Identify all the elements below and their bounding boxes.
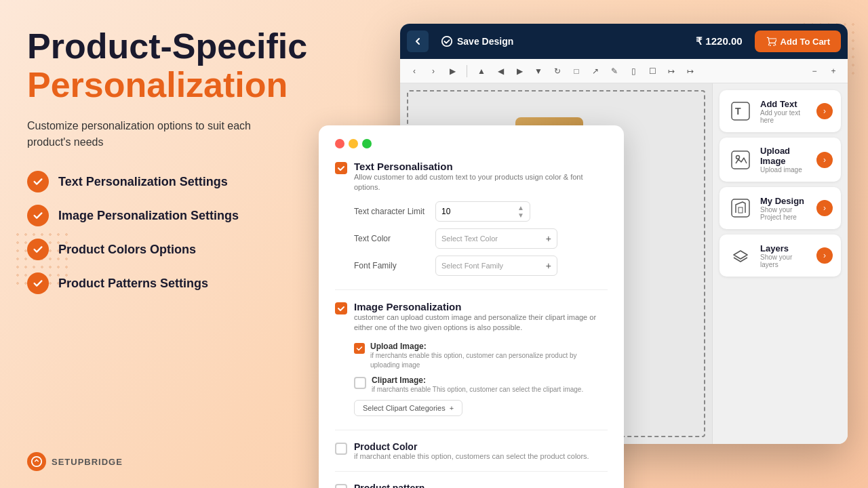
text-personalization-checkbox[interactable] (335, 162, 347, 174)
text-char-limit-value: 10 (441, 207, 450, 216)
font-family-label: Font Family (354, 261, 435, 270)
modal-traffic-lights (335, 139, 608, 148)
save-design-label: Save Design (457, 36, 513, 47)
select-clipart-button[interactable]: Select Clipart Categories + (354, 400, 462, 416)
toolbar-square[interactable]: □ (569, 64, 584, 79)
browser-toolbar: ‹ › ▶ ▲ ◀ ▶ ▼ ↻ □ ↗ ✎ ▯ ☐ ↦ ↦ − + (400, 59, 848, 83)
brand-logo (27, 452, 46, 471)
product-color-section: Product Color if marchant enable this op… (335, 441, 608, 460)
traffic-light-yellow[interactable] (349, 139, 358, 148)
upload-image-subdesc: if merchants enable this option, custome… (370, 351, 608, 370)
toolbar-zoom-in[interactable]: + (826, 64, 841, 79)
panel-add-text[interactable]: T Add Text Add your text here › (719, 90, 841, 132)
clipart-image-subtitle: Clipart Image: (372, 375, 583, 385)
image-personalization-desc: customer can upload custom image and per… (354, 312, 608, 333)
toolbar-rotate[interactable]: ↻ (550, 64, 565, 79)
my-design-title: My Design (760, 196, 810, 206)
toolbar-up[interactable]: ▲ (474, 64, 489, 79)
upload-image-item: Upload Image: if merchants enable this o… (354, 342, 608, 370)
upload-image-title: Upload Image (760, 146, 810, 166)
clipart-image-item: Clipart Image: if marchants enable This … (354, 375, 608, 394)
panel-my-design[interactable]: My Design Show your Project here › (719, 187, 841, 229)
text-color-select[interactable]: Select Text Color + (435, 228, 557, 249)
divider-1 (335, 289, 608, 290)
back-button[interactable] (407, 30, 429, 52)
toolbar-resize[interactable]: ↗ (588, 64, 603, 79)
add-text-arrow[interactable]: › (816, 103, 833, 119)
clipart-image-checkbox[interactable] (354, 377, 366, 389)
feature-label-3: Product Colors Options (58, 243, 196, 257)
save-design-button[interactable]: Save Design (434, 35, 520, 47)
image-personalization-section: Image Personalization customer can uploa… (335, 301, 608, 416)
product-color-desc: if marchant enable this option, customer… (354, 452, 589, 460)
text-char-limit-label: Text character Limit (354, 207, 435, 216)
check-icon-1 (27, 171, 49, 192)
feature-item-3: Product Colors Options (27, 239, 326, 260)
add-to-cart-button[interactable]: Add To Cart (755, 30, 841, 52)
font-family-select[interactable]: Select Font Family + (435, 256, 557, 276)
check-icon-3 (27, 239, 49, 260)
text-color-label: Text Color (354, 234, 435, 243)
product-color-title: Product Color (354, 441, 589, 452)
product-pattern-checkbox[interactable] (335, 484, 347, 488)
svg-point-0 (32, 457, 41, 466)
my-design-arrow[interactable]: › (816, 200, 833, 216)
panel-layers[interactable]: Layers Show your layers › (719, 235, 841, 277)
layers-icon (728, 243, 753, 268)
toolbar-left[interactable]: ◀ (493, 64, 508, 79)
toolbar-next[interactable]: › (426, 64, 441, 79)
svg-rect-7 (738, 207, 743, 213)
clipart-image-subdesc: if marchants enable This option, custome… (372, 385, 583, 394)
text-personalization-header: Text Personalisation Allow customer to a… (335, 161, 608, 193)
toolbar-paste[interactable]: ☐ (645, 64, 660, 79)
text-color-placeholder: Select Text Color (441, 235, 498, 243)
toolbar-zoom-out[interactable]: − (807, 64, 822, 79)
browser-topbar: Save Design ₹ 1220.00 Add To Cart (400, 24, 848, 59)
toolbar-prev[interactable]: ‹ (407, 64, 422, 79)
svg-text:T: T (735, 106, 741, 117)
toolbar-pencil[interactable]: ✎ (607, 64, 622, 79)
brand: SETUPBRIDGE (27, 452, 123, 471)
layers-sub: Show your layers (760, 253, 810, 268)
layers-arrow[interactable]: › (816, 247, 833, 264)
panel-upload-image[interactable]: Upload Image Upload image › (719, 138, 841, 182)
font-family-row: Font Family Select Font Family + (335, 256, 608, 276)
toolbar-more1[interactable]: ↦ (664, 64, 679, 79)
text-char-limit-row: Text character Limit 10 ▲▼ (335, 201, 608, 222)
upload-image-subsection: Upload Image: if merchants enable this o… (335, 342, 608, 416)
traffic-light-green[interactable] (362, 139, 372, 148)
price-display: ₹ 1220.00 (696, 35, 742, 47)
product-pattern-title: Product pattern (354, 483, 593, 488)
toolbar-right[interactable]: ▶ (512, 64, 527, 79)
select-clipart-label: Select Clipart Categories (363, 404, 446, 412)
toolbar-down[interactable]: ▼ (531, 64, 546, 79)
toolbar-more2[interactable]: ↦ (683, 64, 698, 79)
upload-image-checkbox[interactable] (354, 343, 365, 354)
svg-rect-6 (732, 199, 749, 217)
font-family-placeholder: Select Font Family (441, 262, 503, 270)
toolbar-cursor[interactable]: ▶ (445, 64, 460, 79)
traffic-light-red[interactable] (335, 139, 344, 148)
check-icon-2 (27, 205, 49, 226)
toolbar-copy[interactable]: ▯ (626, 64, 641, 79)
product-color-checkbox[interactable] (335, 443, 347, 455)
add-to-cart-label: Add To Cart (781, 37, 830, 47)
feature-item-4: Product Patterns Settings (27, 272, 326, 294)
svg-rect-4 (732, 151, 749, 169)
upload-image-subtitle: Upload Image: (370, 342, 608, 351)
upload-image-arrow[interactable]: › (816, 152, 833, 168)
image-personalization-checkbox[interactable] (335, 302, 347, 314)
divider-2 (335, 430, 608, 430)
svg-point-1 (442, 37, 452, 46)
text-char-limit-input[interactable]: 10 ▲▼ (435, 201, 530, 222)
image-personalization-header: Image Personalization customer can uploa… (335, 301, 608, 333)
add-text-sub: Add your text here (760, 109, 810, 124)
text-personalization-desc: Allow customer to add custom text to you… (354, 172, 608, 193)
feature-label-4: Product Patterns Settings (58, 277, 208, 291)
feature-label-2: Image Personalization Settings (58, 209, 239, 223)
add-text-icon: T (728, 98, 753, 124)
upload-image-icon (728, 147, 753, 173)
svg-point-5 (736, 155, 740, 159)
text-personalization-section: Text Personalisation Allow customer to a… (335, 161, 608, 276)
select-clipart-plus: + (450, 404, 454, 412)
